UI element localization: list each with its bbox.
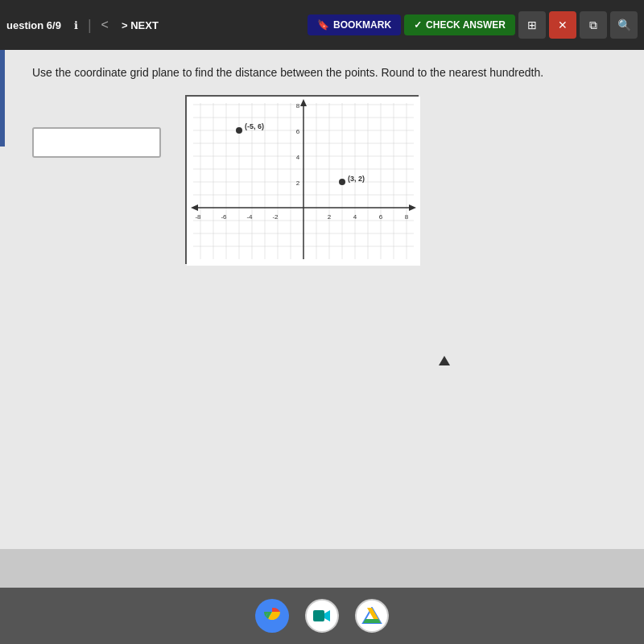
svg-rect-50: [313, 610, 324, 621]
taskbar: [0, 588, 644, 644]
question-indicator: uestion 6/9: [6, 19, 61, 31]
restore-button[interactable]: ⧉: [580, 11, 607, 39]
chrome-icon[interactable]: [255, 599, 289, 633]
search-button[interactable]: 🔍: [610, 11, 638, 39]
search-icon: 🔍: [617, 19, 631, 31]
check-answer-button[interactable]: ✓ CHECK ANSWER: [404, 14, 515, 35]
svg-text:4: 4: [353, 213, 357, 221]
left-accent-bar: [0, 50, 5, 147]
grid-view-button[interactable]: ⊞: [518, 11, 546, 39]
bookmark-label: BOOKMARK: [333, 19, 391, 31]
svg-text:8: 8: [296, 102, 300, 109]
restore-icon: ⧉: [589, 19, 597, 32]
close-button[interactable]: ✕: [549, 11, 576, 39]
svg-text:2: 2: [328, 213, 332, 221]
toolbar: uestion 6/9 ℹ | < > NEXT 🔖 BOOKMARK ✓ CH…: [0, 0, 644, 50]
svg-text:-2: -2: [272, 213, 279, 221]
svg-text:8: 8: [405, 213, 409, 221]
svg-text:(3, 2): (3, 2): [348, 175, 365, 183]
grid-icon: ⊞: [527, 19, 537, 31]
chrome-logo: [262, 606, 282, 625]
back-button[interactable]: <: [97, 14, 114, 35]
answer-input[interactable]: [32, 127, 161, 158]
info-icon: ℹ: [74, 19, 78, 31]
svg-point-45: [236, 127, 242, 134]
meet-logo: [312, 608, 332, 624]
question-text: Use the coordinate grid plane to find th…: [32, 66, 543, 79]
svg-text:-4: -4: [246, 213, 253, 221]
main-content: Use the coordinate grid plane to find th…: [0, 50, 644, 549]
svg-text:4: 4: [296, 154, 300, 161]
bookmark-icon: 🔖: [317, 19, 329, 31]
divider1: |: [88, 17, 92, 34]
check-answer-label: CHECK ANSWER: [426, 19, 506, 31]
svg-text:6: 6: [379, 213, 383, 221]
drive-icon[interactable]: [355, 599, 389, 633]
svg-text:-6: -6: [221, 213, 227, 221]
svg-text:(-5, 6): (-5, 6): [245, 122, 264, 130]
svg-point-47: [339, 179, 345, 185]
bookmark-button[interactable]: 🔖 BOOKMARK: [308, 14, 401, 35]
svg-text:6: 6: [296, 128, 300, 135]
question-area: -8 -6 -4 -2 2 4 6 8 8 6 4 2 (-5, 6) (3, …: [32, 95, 419, 264]
next-button[interactable]: > NEXT: [117, 16, 163, 35]
close-icon: ✕: [558, 19, 568, 31]
svg-marker-51: [324, 610, 330, 621]
svg-text:2: 2: [296, 180, 300, 187]
info-button[interactable]: ℹ: [69, 16, 83, 35]
svg-text:-8: -8: [195, 213, 201, 221]
svg-marker-55: [363, 619, 381, 623]
coordinate-grid: -8 -6 -4 -2 2 4 6 8 8 6 4 2 (-5, 6) (3, …: [185, 95, 419, 264]
drive-logo: [361, 607, 382, 625]
check-icon: ✓: [414, 19, 422, 31]
cursor: [439, 356, 450, 365]
meet-icon[interactable]: [305, 599, 339, 633]
grid-svg: -8 -6 -4 -2 2 4 6 8 8 6 4 2 (-5, 6) (3, …: [187, 97, 420, 266]
